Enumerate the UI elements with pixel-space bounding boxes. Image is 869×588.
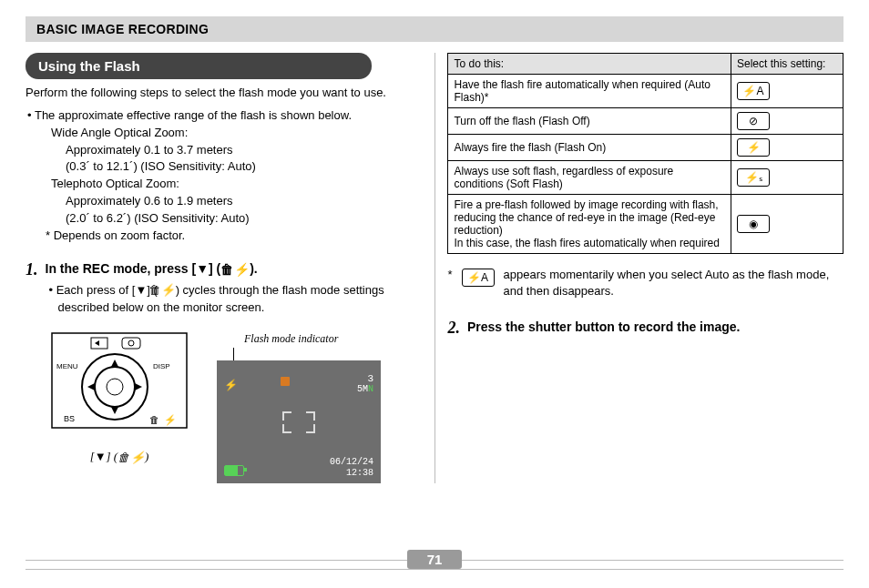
- step-2: 2. Press the shutter button to record th…: [447, 319, 843, 336]
- note-asterisk: *: [447, 267, 452, 299]
- table-desc: Fire a pre-flash followed by image recor…: [448, 195, 731, 254]
- step-1-number: 1.: [26, 261, 38, 316]
- illustration-row: MENU DISP BS 🗑 ⚡ [▼] (🗑 ⚡) Flash mode in…: [51, 332, 422, 483]
- flash-auto-icon: ⚡A: [462, 269, 495, 287]
- intro-text: Perform the following steps to select th…: [26, 85, 422, 102]
- page-header: BASIC IMAGE RECORDING: [26, 16, 843, 42]
- svg-text:🗑: 🗑: [149, 414, 159, 425]
- left-column: Using the Flash Perform the following st…: [26, 53, 434, 483]
- trash-flash-icon: 🗑 ⚡: [118, 451, 145, 465]
- svg-point-6: [95, 367, 135, 407]
- range-bullet: • The approximate effective range of the…: [26, 107, 422, 125]
- lcd-orange-square-icon: [281, 377, 290, 386]
- table-header-row: To do this: Select this setting:: [448, 54, 843, 75]
- table-row: Fire a pre-flash followed by image recor…: [448, 195, 843, 254]
- svg-point-4: [128, 340, 134, 346]
- flash-off-icon: ⊘: [737, 112, 770, 130]
- step-1-sub: • Each press of [▼] (🗑 ⚡) cycles through…: [46, 282, 422, 316]
- lcd-diagram: Flash mode indicator ⚡ 3 5MN 06/12/: [217, 332, 381, 483]
- svg-marker-11: [135, 383, 142, 390]
- step-2-heading: Press the shutter button to record the i…: [467, 319, 741, 334]
- table-desc: Turn off the flash (Flash Off): [448, 108, 731, 135]
- depends-note: * Depends on zoom factor.: [26, 228, 422, 245]
- tele-line2: (2.0´ to 6.2´) (ISO Sensitivity: Auto): [26, 210, 422, 228]
- page-footer: 71: [26, 560, 843, 570]
- flash-on-icon: ⚡: [737, 138, 770, 157]
- svg-marker-2: [95, 340, 99, 346]
- lcd-caption: Flash mode indicator: [244, 332, 381, 346]
- tele-line1: Approximately 0.6 to 1.9 meters: [26, 193, 422, 210]
- svg-text:⚡: ⚡: [164, 413, 177, 426]
- wide-line2: (0.3´ to 12.1´) (ISO Sensitivity: Auto): [26, 158, 422, 176]
- red-eye-icon: ◉: [737, 215, 770, 233]
- table-header-left: To do this:: [448, 54, 731, 75]
- lcd-date: 06/12/24: [330, 457, 373, 467]
- disp-label: DISP: [153, 362, 170, 370]
- step-1-heading: In the REC mode, press [▼] (🗑 ⚡).: [46, 261, 258, 276]
- svg-rect-3: [122, 338, 140, 349]
- camera-caption: [▼] (🗑 ⚡): [51, 450, 188, 465]
- step-1: 1. In the REC mode, press [▼] (🗑 ⚡). • E…: [26, 261, 422, 316]
- svg-point-7: [107, 379, 123, 395]
- tele-label: Telephoto Optical Zoom:: [26, 176, 422, 193]
- lcd-resolution: 5MN: [357, 384, 373, 394]
- bs-label: BS: [64, 414, 75, 423]
- lcd-screen: ⚡ 3 5MN 06/12/24 12:38: [217, 360, 381, 483]
- table-desc: Always fire the flash (Flash On): [448, 135, 731, 161]
- table-desc: Always use soft flash, regardless of exp…: [448, 161, 731, 195]
- right-column: To do this: Select this setting: Have th…: [434, 53, 843, 483]
- svg-marker-9: [111, 407, 118, 414]
- svg-marker-8: [111, 360, 118, 367]
- flash-soft-icon: ⚡ₛ: [737, 168, 770, 187]
- lcd-focus-frame-icon: [282, 411, 315, 433]
- camera-back-diagram: MENU DISP BS 🗑 ⚡ [▼] (🗑 ⚡): [51, 332, 188, 465]
- camera-back-svg: MENU DISP BS 🗑 ⚡: [51, 332, 188, 441]
- trash-flash-icon: 🗑 ⚡: [158, 282, 176, 299]
- note-text: appears momentarily when you select Auto…: [504, 267, 843, 299]
- trash-flash-icon: 🗑 ⚡: [220, 262, 250, 277]
- lcd-flash-icon: ⚡: [224, 379, 238, 391]
- svg-marker-10: [87, 383, 95, 390]
- menu-label: MENU: [56, 362, 78, 370]
- lcd-time: 12:38: [346, 468, 373, 478]
- section-title: Using the Flash: [26, 53, 372, 79]
- table-header-right: Select this setting:: [731, 54, 843, 75]
- table-row: Turn off the flash (Flash Off) ⊘: [448, 108, 843, 135]
- wide-label: Wide Angle Optical Zoom:: [26, 125, 422, 142]
- lcd-arrow: [233, 348, 235, 360]
- page-number: 71: [407, 550, 463, 569]
- wide-line1: Approximately 0.1 to 3.7 meters: [26, 142, 422, 159]
- table-desc: Have the flash fire automatically when r…: [448, 75, 731, 108]
- auto-note: * ⚡A appears momentarily when you select…: [447, 267, 843, 299]
- lcd-shots-remaining: 3: [367, 373, 373, 384]
- table-row: Always use soft flash, regardless of exp…: [448, 161, 843, 195]
- lcd-battery-icon: [224, 465, 244, 476]
- step-2-number: 2.: [447, 319, 460, 336]
- table-row: Have the flash fire automatically when r…: [448, 75, 843, 108]
- flash-auto-icon: ⚡A: [737, 82, 770, 100]
- settings-table: To do this: Select this setting: Have th…: [447, 53, 843, 254]
- table-row: Always fire the flash (Flash On) ⚡: [448, 135, 843, 161]
